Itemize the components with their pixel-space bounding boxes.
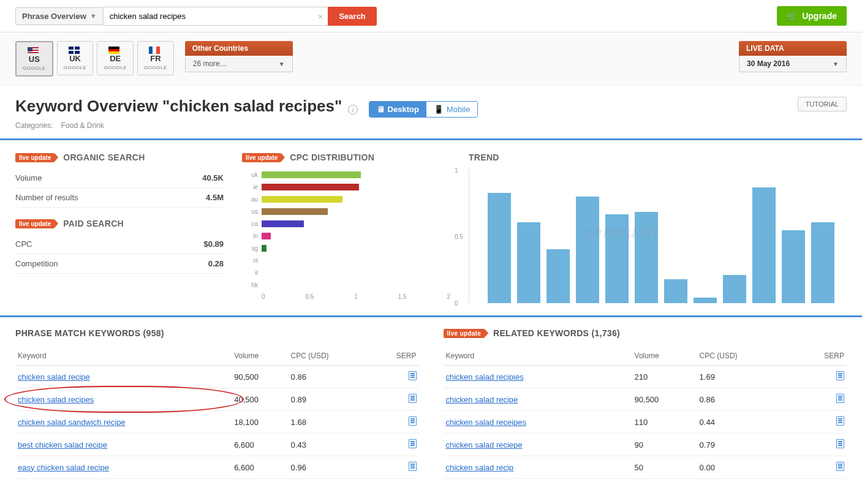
col-header[interactable]: CPC (USD) [697, 347, 792, 366]
keyword-link[interactable]: chicken salad recipes [18, 395, 94, 404]
serp-icon[interactable] [836, 371, 844, 380]
device-mobile-button[interactable]: 📱 Mobile [426, 102, 477, 117]
live-update-badge: live update [15, 153, 55, 162]
col-header[interactable]: Volume [232, 347, 288, 366]
serp-icon[interactable] [836, 394, 844, 403]
country-code: US [23, 55, 46, 64]
serp-cell [371, 434, 418, 456]
search-input[interactable] [104, 7, 330, 26]
chevron-down-icon: ▼ [90, 12, 97, 20]
upgrade-button[interactable]: 🛒 Upgrade [777, 6, 847, 26]
keyword-link[interactable]: chicken salad reciepe [446, 440, 523, 449]
serp-cell [371, 388, 418, 411]
country-sub: GOOGLE [64, 65, 87, 70]
desktop-icon: 🖥 [377, 105, 385, 114]
volume-cell: 6,600 [232, 434, 288, 456]
stat-value: 0.28 [208, 259, 224, 268]
serp-icon[interactable] [836, 462, 844, 471]
serp-cell [371, 366, 418, 388]
serp-icon[interactable] [409, 439, 417, 448]
serp-icon[interactable] [409, 371, 417, 380]
col-header[interactable]: Keyword [444, 347, 632, 366]
cpc-cell: 0.86 [697, 388, 792, 411]
col-header[interactable]: SERP [371, 347, 418, 366]
col-header[interactable]: Volume [632, 347, 697, 366]
serp-icon[interactable] [836, 416, 844, 426]
mobile-icon: 📱 [434, 105, 444, 114]
keyword-link[interactable]: chicken salad recip [446, 463, 514, 472]
cpc-cell: 0.89 [289, 388, 371, 411]
country-button-us[interactable]: USGOOGLE [15, 41, 53, 77]
cart-icon: 🛒 [787, 11, 797, 21]
volume-cell: 50 [632, 456, 697, 479]
topbar: Phrase Overview ▼ × Search 🛒 Upgrade [0, 0, 862, 32]
trend-bar [664, 279, 687, 304]
tutorial-button[interactable]: TUTORIAL [798, 97, 847, 111]
other-countries[interactable]: Other Countries 26 more... ▼ [185, 41, 293, 72]
keyword-link[interactable]: easy chicken salad recipe [18, 463, 109, 472]
flag-us-icon [28, 47, 39, 55]
axis-tick: 2 [447, 293, 450, 300]
semrush-watermark: semrush [583, 222, 659, 242]
col-header[interactable]: Keyword [15, 347, 232, 366]
keyword-link[interactable]: chicken salad recipies [446, 372, 524, 382]
cpc-head: live update CPC DISTRIBUTION [242, 152, 450, 162]
serp-icon[interactable] [836, 439, 844, 448]
keyword-cell: chicken salad recipes [15, 388, 232, 411]
stat-row: CPC$0.89 [15, 235, 224, 254]
keyword-cell: easy chicken salad recipe [15, 456, 232, 479]
keyword-link[interactable]: chicken salad recipe [446, 395, 518, 404]
trend-title: TREND [469, 152, 499, 162]
cpc-bar-row: nl [262, 254, 450, 266]
serp-cell [792, 411, 847, 434]
table-row: chicken salad recipes40,5000.89 [15, 388, 419, 411]
trend-bar [811, 222, 834, 303]
keyword-link[interactable]: chicken salad sandwich recipe [18, 418, 126, 427]
col-header[interactable]: CPC (USD) [289, 347, 371, 366]
col-header[interactable]: SERP [792, 347, 847, 366]
live-update-badge: live update [242, 153, 281, 162]
cpc-cell: 0.86 [289, 366, 371, 388]
keyword-cell: chicken salad reciepe [444, 434, 632, 456]
live-data-date-dropdown[interactable]: 30 May 2016 ▼ [739, 56, 847, 72]
serp-icon[interactable] [409, 394, 417, 403]
keyword-cell: best chicken salad recipe [15, 434, 232, 456]
keyword-link[interactable]: chicken salad receipes [446, 418, 527, 427]
other-countries-body[interactable]: 26 more... ▼ [185, 56, 293, 72]
cpc-bar [262, 171, 361, 178]
serp-icon[interactable] [409, 462, 417, 471]
categories-value: Food & Drink [61, 121, 104, 130]
keyword-link[interactable]: best chicken salad recipe [18, 440, 107, 449]
country-button-uk[interactable]: UKGOOGLE [57, 41, 94, 75]
country-button-de[interactable]: DEGOOGLE [97, 41, 134, 75]
cpc-title: CPC DISTRIBUTION [290, 152, 374, 162]
cpc-bar-row: uk [262, 168, 450, 181]
dropdown-label: Phrase Overview [22, 12, 86, 21]
cpc-country-label: au [242, 196, 258, 203]
categories-label: Categories: [15, 121, 53, 130]
table-row: chicken salad recip500.00 [444, 456, 847, 479]
cpc-bar [262, 220, 304, 227]
cpc-cell: 0.00 [697, 456, 792, 479]
table-row: chicken salad reciepe900.79 [444, 434, 847, 456]
stat-row: Volume40.5K [15, 168, 224, 188]
cpc-bar-row: sg [262, 242, 450, 254]
table-row: best chicken salad recipe6,6000.43 [15, 434, 419, 456]
device-desktop-button[interactable]: 🖥 Desktop [369, 102, 426, 117]
phrase-overview-dropdown[interactable]: Phrase Overview ▼ [15, 7, 104, 25]
serp-icon[interactable] [409, 416, 417, 426]
cpc-bar [262, 184, 359, 190]
cpc-bar-row: ca [262, 217, 450, 230]
cpc-cell: 1.69 [697, 366, 792, 388]
search-button[interactable]: Search [328, 7, 376, 26]
trend-chart: 1 0.5 0 semrush [469, 168, 847, 303]
country-code: DE [104, 54, 127, 63]
live-data-header: LIVE DATA [739, 41, 847, 56]
keyword-link[interactable]: chicken salad recipe [18, 372, 90, 382]
country-button-fr[interactable]: FRGOOGLE [137, 41, 174, 75]
keyword-cell: chicken salad recipies [444, 366, 632, 388]
cpc-chart: ukieauuscainsgnlilhk00.511.52 [242, 168, 450, 300]
serp-cell [792, 456, 847, 479]
info-icon[interactable]: i [348, 105, 358, 115]
clear-search-icon[interactable]: × [313, 11, 328, 21]
